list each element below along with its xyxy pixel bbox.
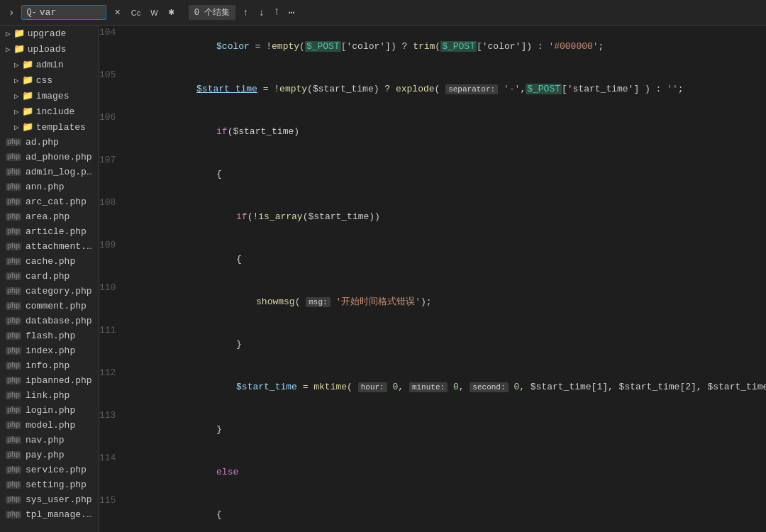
php-badge: php: [6, 466, 21, 474]
sidebar-item-ipbanned-php[interactable]: php ipbanned.php: [0, 373, 99, 388]
whole-word-button[interactable]: W: [148, 7, 160, 18]
code-token: ;: [678, 84, 684, 94]
sidebar-item-cache-php[interactable]: php cache.php: [0, 254, 99, 269]
regex-button[interactable]: ✱: [165, 6, 177, 18]
collapse-button[interactable]: ›: [6, 6, 17, 20]
sidebar-item-nav-php[interactable]: php nav.php: [0, 433, 99, 448]
sidebar-item-index-php[interactable]: php index.php: [0, 343, 99, 358]
line-number: 104: [99, 26, 124, 68]
sidebar-item-link-php[interactable]: php link.php: [0, 388, 99, 403]
code-token: else: [216, 467, 238, 477]
php-badge: php: [6, 153, 21, 161]
php-badge: php: [6, 272, 21, 280]
code-token: separator:: [445, 84, 498, 94]
sidebar-item-ann-php[interactable]: php ann.php: [0, 179, 99, 194]
case-sensitive-button[interactable]: Cc: [128, 7, 143, 18]
sidebar-item-login-php[interactable]: php login.php: [0, 403, 99, 418]
indent: [196, 254, 236, 265]
code-token: ,: [459, 382, 470, 392]
line-content: else: [124, 451, 766, 494]
nav-down-button[interactable]: ↓: [255, 6, 267, 20]
chevron-right-icon: ▷: [14, 123, 19, 132]
sidebar-item-pay-php[interactable]: php pay.php: [0, 448, 99, 462]
sidebar-item-attachment-php[interactable]: php attachment.php: [0, 239, 99, 254]
code-token: showmsg: [256, 297, 295, 307]
search-bar: › Q- × Cc W ✱ 0 个结集 ↑ ↓ ⊺ ⋯: [0, 0, 766, 26]
filter-button[interactable]: ⊺: [272, 6, 282, 19]
sidebar-item-uploads[interactable]: ▷ 📁 uploads: [0, 41, 99, 57]
code-token: =: [250, 41, 266, 52]
php-badge: php: [6, 362, 21, 370]
sidebar-item-comment-php[interactable]: php comment.php: [0, 299, 99, 314]
code-token: second:: [470, 382, 508, 392]
line-number: 114: [99, 451, 124, 494]
php-badge: php: [6, 317, 21, 325]
code-token: , $start_time[1], $start_time[2], $start…: [519, 382, 766, 392]
sidebar-item-images[interactable]: ▷ 📁 images: [0, 88, 99, 104]
line-number: 111: [99, 323, 124, 366]
sidebar-item-templates[interactable]: ▷ 📁 templates: [0, 119, 99, 135]
sidebar-item-sys-user-php[interactable]: php sys_user.php: [0, 492, 99, 507]
table-row: 115 {: [99, 494, 766, 532]
line-number: 115: [99, 494, 124, 532]
sidebar-item-admin-log-php[interactable]: php admin_log.php: [0, 165, 99, 179]
sidebar-item-label: admin_log.php: [26, 167, 93, 177]
sidebar-item-label: uploads: [28, 44, 67, 55]
sidebar-item-tpl-manage-php[interactable]: php tpl_manage.php: [0, 507, 99, 522]
table-row: 114 else: [99, 451, 766, 494]
php-badge: php: [6, 287, 21, 295]
sidebar-item-ad-php[interactable]: php ad.php: [0, 135, 99, 150]
code-token: '': [667, 84, 678, 94]
line-number: 107: [99, 153, 124, 196]
php-badge: php: [6, 421, 21, 429]
sidebar-item-arc-cat-php[interactable]: php arc_cat.php: [0, 194, 99, 209]
line-content: {: [124, 238, 766, 281]
sidebar-item-ad-phone-php[interactable]: php ad_phone.php: [0, 150, 99, 165]
code-token: 0: [448, 382, 459, 392]
sidebar-item-label: setting.php: [26, 480, 87, 490]
code-token: {: [236, 254, 242, 265]
code-token: explode: [396, 84, 435, 94]
sidebar-item-label: templates: [36, 122, 86, 133]
code-editor[interactable]: 104 $color = !empty($_POST['color']) ? t…: [99, 26, 766, 532]
code-token: mktime: [313, 382, 347, 392]
search-input[interactable]: [40, 7, 96, 18]
code-token: (: [435, 84, 446, 94]
sidebar-item-upgrade[interactable]: ▷ 📁 upgrade: [0, 26, 99, 41]
sidebar-item-area-php[interactable]: php area.php: [0, 209, 99, 224]
search-close-button[interactable]: ×: [111, 6, 123, 20]
sidebar-item-css[interactable]: ▷ 📁 css: [0, 72, 99, 88]
chevron-right-icon: ▷: [14, 107, 19, 116]
code-token: ['start_time'] ) :: [562, 84, 667, 94]
code-token: '-': [498, 84, 520, 94]
sidebar-item-setting-php[interactable]: php setting.php: [0, 477, 99, 492]
sidebar-item-model-php[interactable]: php model.php: [0, 418, 99, 433]
sidebar-item-article-php[interactable]: php article.php: [0, 224, 99, 239]
code-token: (: [295, 297, 306, 307]
table-row: 110 showmsg( msg: '开始时间格式错误');: [99, 281, 766, 323]
sidebar-item-label: arc_cat.php: [26, 196, 87, 207]
line-number: 109: [99, 238, 124, 281]
sidebar-item-admin[interactable]: ▷ 📁 admin: [0, 57, 99, 72]
sidebar-item-include[interactable]: ▷ 📁 include: [0, 104, 99, 119]
search-count: 0 个结集: [189, 5, 235, 20]
php-badge: php: [6, 481, 21, 489]
sidebar-item-category-php[interactable]: php category.php: [0, 284, 99, 299]
code-token: ($start_time): [228, 126, 299, 137]
sidebar-item-flash-php[interactable]: php flash.php: [0, 328, 99, 343]
sidebar-item-database-php[interactable]: php database.php: [0, 314, 99, 328]
code-token: ['color']) ?: [341, 41, 413, 52]
sidebar-item-label: cache.php: [26, 256, 75, 267]
table-row: 111 }: [99, 323, 766, 366]
sidebar-item-label: area.php: [26, 211, 70, 222]
sidebar-item-card-php[interactable]: php card.php: [0, 269, 99, 284]
code-token: ;: [599, 41, 604, 52]
sidebar-item-label: sys_user.php: [26, 494, 92, 505]
chevron-right-icon: ▷: [14, 60, 19, 70]
php-badge: php: [6, 406, 21, 414]
sidebar-item-service-php[interactable]: php service.php: [0, 462, 99, 477]
code-token: {: [216, 169, 222, 179]
nav-up-button[interactable]: ↑: [240, 6, 251, 20]
more-button[interactable]: ⋯: [286, 5, 297, 20]
sidebar-item-info-php[interactable]: php info.php: [0, 358, 99, 373]
